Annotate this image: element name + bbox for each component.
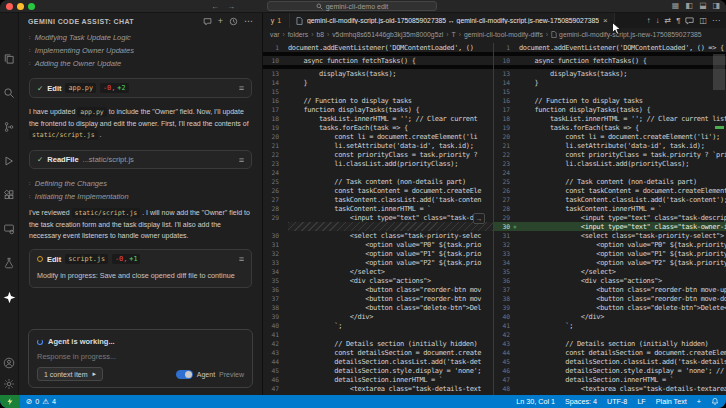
code-line: 31 <select class="task-priority-select"> [494, 231, 726, 240]
encoding-setting[interactable]: UTF-8 [607, 397, 627, 406]
remote-indicator[interactable] [0, 395, 20, 408]
card-menu-icon[interactable]: ≡ [239, 255, 244, 263]
breadcrumb-item[interactable]: gemini-cli-tool-modify-diffs [464, 31, 543, 38]
thought-item[interactable]: ∶ Defining the Changes [29, 177, 252, 190]
customize-layout-icon[interactable]: ▦ [672, 0, 680, 12]
tab-diff-editor[interactable]: gemini-cli-modify-script.js-old-17508590… [290, 13, 615, 28]
close-tab-icon[interactable]: × [603, 16, 608, 25]
minimize-window-button[interactable] [17, 3, 24, 10]
code-line: 29 <input type="text" class="task-des [263, 213, 493, 222]
agent-mode-label: Agent [197, 371, 215, 378]
code-line: 40 `; [263, 321, 493, 330]
card-menu-icon[interactable]: ≡ [239, 156, 244, 164]
code-line: 15 [263, 87, 493, 96]
inline-file-chip[interactable]: static/script.js [72, 208, 141, 218]
diffstat: -0,+2 [100, 83, 128, 93]
tab-badge: 1 [277, 17, 281, 24]
status-plus-icon[interactable]: + [697, 397, 701, 406]
next-change-icon[interactable]: ↓ [655, 16, 659, 25]
language-mode[interactable]: Plain Text [656, 397, 687, 406]
breadcrumb-item[interactable]: var [270, 31, 279, 38]
code-line: 43 const detailsSection = document.creat… [263, 348, 493, 357]
history-icon[interactable] [229, 17, 238, 26]
more-actions-icon[interactable]: ⋯ [244, 16, 253, 26]
more-actions-icon[interactable]: ⋯ [712, 16, 720, 25]
code-line: 19 tasks.forEach(task => { [494, 123, 726, 132]
split-editor-icon[interactable]: ◫ [699, 16, 707, 25]
whitespace-toggle-icon[interactable]: ¶ [676, 16, 680, 25]
readfile-tool-card[interactable]: ✓ ReadFile ...static/script.js ≡ [29, 150, 252, 169]
breadcrumb-separator: › [459, 31, 461, 38]
diff-original-pane[interactable]: 1document.addEventListener('DOMContentLo… [263, 43, 493, 395]
code-line: 32 <option value="P0" ${task.priority [494, 240, 726, 249]
accounts-icon[interactable] [3, 357, 15, 369]
previous-change-icon[interactable]: ↑ [646, 16, 650, 25]
thought-label: Defining the Changes [35, 177, 107, 190]
code-line: 46 detailsSection.style.display = 'none'… [494, 366, 726, 375]
breadcrumb-item[interactable]: T [452, 31, 456, 38]
toggle-panel-icon[interactable]: ◧ [697, 2, 709, 10]
breadcrumb-item[interactable]: b8 [316, 31, 324, 38]
scrollbar-thumb[interactable] [713, 54, 725, 90]
search-icon[interactable] [3, 87, 15, 99]
zoom-window-button[interactable] [28, 3, 35, 10]
breadcrumb-file[interactable]: gemini-cli-modify-script.js-new-17508590… [551, 31, 701, 38]
diff-revert-arrow-button[interactable]: → [473, 213, 485, 224]
breadcrumb-item[interactable]: folders [288, 31, 308, 38]
toggle-secondary-sidebar-icon[interactable]: ◨ [712, 0, 720, 12]
command-center-search[interactable]: gemini-cli-demo edit [267, 1, 437, 11]
code-line: 29 <input type="text" class="task-descri… [494, 213, 726, 222]
editor-actions: ↑ ↓ ⇄ ¶ ◫ ⋯ [640, 13, 726, 28]
testing-beaker-icon[interactable] [3, 257, 15, 269]
problems-indicator[interactable]: ⊘ 0 ⚠ 4 [20, 397, 62, 407]
code-line: 30 <select class="task-priority-selec [263, 231, 493, 240]
code-line: 48 <textarea class="task-details-textare… [494, 384, 726, 393]
gemini-code-assist-icon[interactable] [3, 291, 16, 304]
eol-setting[interactable]: LF [637, 397, 645, 406]
thought-item[interactable]: ∶ Adding the Owner Update [29, 57, 252, 70]
breadcrumb-item[interactable]: v5dmhq8s651446gb3kj35m8000g5zl [332, 31, 443, 38]
breadcrumb-separator: › [282, 31, 284, 38]
comment-icon[interactable] [685, 17, 694, 25]
diff-added-line: 30+ <input type="text" class="task-owner… [494, 222, 726, 231]
explorer-icon[interactable] [3, 53, 15, 65]
code-line: 26 const taskContent = document.createEl… [263, 186, 493, 195]
indentation-setting[interactable]: Spaces: 4 [565, 397, 597, 406]
toggle-primary-sidebar-icon[interactable]: ◧ [685, 0, 693, 12]
thought-item[interactable]: ∶ Initiating the Implementation [29, 190, 252, 203]
tab-partial[interactable]: y 1 [263, 13, 290, 28]
context-items-button[interactable]: 1 context item ▸ [37, 367, 103, 381]
code-line: 38 <button class="delete-btn">Del [263, 303, 493, 312]
extensions-icon[interactable] [3, 189, 15, 201]
notifications-bell-icon[interactable] [711, 397, 719, 406]
new-chat-icon[interactable]: + [218, 16, 223, 26]
diff-modified-pane[interactable]: 1document.addEventListener('DOMContentLo… [493, 43, 726, 395]
code-line: 19 tasks.forEach(task => { [263, 123, 493, 132]
close-window-button[interactable] [6, 3, 13, 10]
thought-item[interactable]: ∶ Implementing Owner Updates [29, 44, 252, 57]
edit-tool-card-app-py[interactable]: ✓ Edit app.py -0,+2 ≡ [29, 78, 252, 98]
diff-editor: 1document.addEventListener('DOMContentLo… [263, 41, 726, 395]
swap-sides-icon[interactable]: ⇄ [664, 16, 671, 25]
settings-gear-icon[interactable] [3, 378, 15, 390]
nav-forward-icon[interactable]: → [227, 0, 235, 13]
nav-back-icon[interactable]: ← [211, 0, 219, 13]
remote-explorer-icon[interactable] [3, 223, 15, 235]
chat-input[interactable]: Response in progress... [37, 352, 244, 361]
breadcrumb-separator: › [311, 31, 313, 38]
breadcrumb[interactable]: var› folders› b8› v5dmhq8s651446gb3kj35m… [263, 28, 726, 41]
edit-tool-card-script-js[interactable]: Edit script.js -0,+1 ≡ Modify in progres… [29, 249, 252, 288]
source-control-icon[interactable] [3, 121, 15, 133]
inline-file-chip[interactable]: app.py [77, 107, 106, 117]
code-line: 47 <textarea class="task-details-text [263, 384, 493, 393]
lines-removed: -0, [103, 84, 115, 92]
inline-file-chip[interactable]: static/script.js [29, 130, 98, 140]
code-line: 25 // Task content (non-details part) [263, 177, 493, 186]
share-chat-icon[interactable] [203, 17, 212, 26]
thought-item[interactable]: ∶ Modifying Task Update Logic [29, 31, 252, 44]
run-debug-icon[interactable] [3, 155, 15, 167]
cursor-position[interactable]: Ln 30, Col 1 [516, 397, 555, 406]
agent-mode-toggle[interactable] [176, 370, 193, 379]
preview-label: Preview [219, 371, 244, 378]
card-menu-icon[interactable]: ≡ [239, 84, 244, 92]
